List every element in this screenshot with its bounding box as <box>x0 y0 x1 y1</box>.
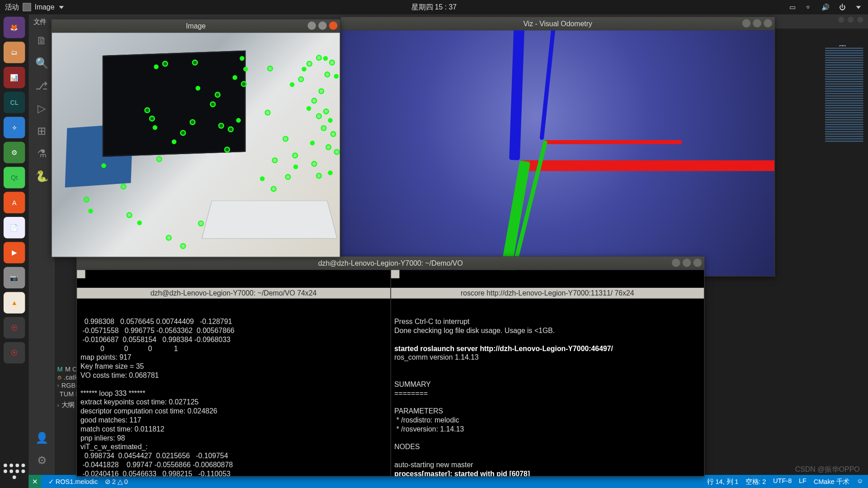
feature-point-icon <box>196 86 201 91</box>
app-menu-name[interactable]: Image <box>34 3 54 11</box>
power-icon: ⏻ <box>838 3 846 11</box>
feature-point-icon <box>218 123 224 129</box>
feature-point-icon <box>189 119 195 125</box>
pane-title-left: dzh@dzh-Lenovo-Legion-Y7000: ~/Demo/VO 7… <box>151 289 317 298</box>
status-eol[interactable]: LF <box>799 477 807 486</box>
show-applications-icon[interactable] <box>4 460 25 482</box>
close-icon[interactable] <box>693 258 702 267</box>
dock-camera[interactable]: 📷 <box>4 267 25 288</box>
terminal-pane-right[interactable]: roscore http://dzh-Lenovo-Legion-Y7000:1… <box>390 270 704 476</box>
feature-point-icon <box>210 101 216 107</box>
feature-point-icon <box>302 67 307 72</box>
pane-menu-icon[interactable] <box>77 270 85 278</box>
clock[interactable]: 星期四 15 : 37 <box>411 2 457 12</box>
status-indent[interactable]: 空格: 2 <box>745 477 766 486</box>
feature-point-icon <box>236 118 241 123</box>
feature-point-icon <box>120 183 126 189</box>
status-cursor[interactable]: 行 14, 列 1 <box>707 477 738 486</box>
status-problems[interactable]: ⊘ 2 △ 0 <box>105 478 128 485</box>
close-icon[interactable] <box>764 19 772 27</box>
status-feedback-icon[interactable]: ☺ <box>857 477 863 486</box>
dock-writer[interactable]: 📄 <box>4 217 25 238</box>
minimize-icon[interactable] <box>672 258 680 267</box>
feature-point-icon <box>272 157 278 163</box>
status-branch[interactable]: ✓ ROS1.melodic <box>48 478 98 485</box>
dock-clion[interactable]: CL <box>4 92 25 113</box>
feature-point-icon <box>321 125 326 131</box>
viz-viewport[interactable] <box>341 30 774 276</box>
activities-button[interactable]: 活动 <box>5 2 19 12</box>
python-icon[interactable]: 🐍 <box>34 169 49 184</box>
source-control-icon[interactable]: ⎇ <box>34 79 49 93</box>
feature-point-icon <box>243 67 248 72</box>
terminal-titlebar[interactable]: dzh@dzh-Lenovo-Legion-Y7000: ~/Demo/VO <box>77 257 704 270</box>
minimize-icon[interactable] <box>742 19 750 27</box>
dock-vscode[interactable]: ⟡ <box>4 117 25 138</box>
minimize-icon[interactable] <box>838 17 844 23</box>
image-window[interactable]: Image <box>51 19 340 257</box>
feature-point-icon <box>156 156 162 162</box>
feature-point-icon <box>162 61 168 67</box>
dock-files[interactable]: 🗂 <box>4 42 25 63</box>
maximize-icon[interactable] <box>683 258 691 267</box>
feature-point-icon <box>192 60 198 66</box>
minimap[interactable] <box>823 47 866 225</box>
terminal-pane-left[interactable]: dzh@dzh-Lenovo-Legion-Y7000: ~/Demo/VO 7… <box>77 270 390 476</box>
gear-icon[interactable]: ⚙ <box>34 454 49 468</box>
status-bar: ✕ ✓ ROS1.melodic ⊘ 2 △ 0 行 14, 列 1 空格: 2… <box>28 475 868 488</box>
feature-point-icon <box>310 141 315 145</box>
terminal-window[interactable]: dzh@dzh-Lenovo-Legion-Y7000: ~/Demo/VO d… <box>76 256 705 477</box>
status-area[interactable]: ▭ ᯤ 🔊 ⏻ <box>788 3 868 11</box>
account-icon[interactable]: 👤 <box>34 431 49 445</box>
feature-point-icon <box>283 136 288 142</box>
dock-record2[interactable]: ⦿ <box>4 342 25 363</box>
feature-point-icon <box>88 209 93 214</box>
pane-menu-icon[interactable] <box>391 270 399 278</box>
dock-settings[interactable]: ⚙ <box>4 142 25 163</box>
dock-qt[interactable]: Qt <box>4 167 25 188</box>
dock-wps[interactable]: ▶ <box>4 242 25 263</box>
pane-title-right: roscore http://dzh-Lenovo-Legion-Y7000:1… <box>461 289 634 298</box>
dock-firefox[interactable]: 🦊 <box>4 17 25 38</box>
files-icon[interactable]: 🗎 <box>34 33 49 48</box>
feature-point-icon <box>334 149 340 155</box>
axis-x-thin-icon <box>544 140 682 144</box>
feature-point-icon <box>144 107 150 113</box>
close-icon[interactable] <box>329 21 337 29</box>
status-lang[interactable]: CMake 千术 <box>814 477 849 486</box>
feature-point-icon <box>318 88 324 94</box>
search-icon[interactable]: 🔍 <box>34 56 49 70</box>
menu-file[interactable]: 文件 <box>33 18 47 25</box>
watermark: CSDN @振华OPPO <box>795 465 860 475</box>
feature-point-icon <box>293 164 298 169</box>
axis-x-icon <box>520 160 774 171</box>
extensions-icon[interactable]: ⊞ <box>34 124 49 138</box>
remote-indicator[interactable]: ✕ <box>28 475 41 488</box>
minimize-icon[interactable] <box>307 21 316 29</box>
maximize-icon[interactable] <box>318 21 326 29</box>
dock-record[interactable]: ⦿ <box>4 317 25 338</box>
viz-window[interactable]: Viz - Visual Odometry <box>340 17 775 277</box>
feature-point-icon <box>323 56 328 61</box>
maximize-icon[interactable] <box>753 19 761 27</box>
feature-point-icon <box>172 140 177 145</box>
ubuntu-dock: 🦊 🗂 📊 CL ⟡ ⚙ Qt A 📄 ▶ 📷 ▲ ⦿ ⦿ <box>0 14 28 488</box>
viz-titlebar[interactable]: Viz - Visual Odometry <box>341 17 774 30</box>
feature-point-icon <box>127 212 132 218</box>
status-encoding[interactable]: UTF-8 <box>773 477 792 486</box>
feature-point-icon <box>267 66 273 71</box>
dock-system-monitor[interactable]: 📊 <box>4 67 25 88</box>
dock-vlc[interactable]: ▲ <box>4 292 25 313</box>
test-icon[interactable]: ⚗ <box>34 146 49 161</box>
feature-point-icon <box>298 76 304 82</box>
feature-point-icon <box>285 174 291 180</box>
volume-icon: 🔊 <box>821 3 830 11</box>
feature-point-icon <box>323 108 329 114</box>
image-titlebar[interactable]: Image <box>52 20 340 33</box>
maximize-icon[interactable] <box>848 17 854 23</box>
run-icon[interactable]: ▷ <box>34 101 49 116</box>
terminal-body: dzh@dzh-Lenovo-Legion-Y7000: ~/Demo/VO 7… <box>77 270 704 476</box>
dock-software[interactable]: A <box>4 192 25 213</box>
close-icon[interactable] <box>857 17 863 23</box>
feature-point-icon <box>328 170 333 175</box>
